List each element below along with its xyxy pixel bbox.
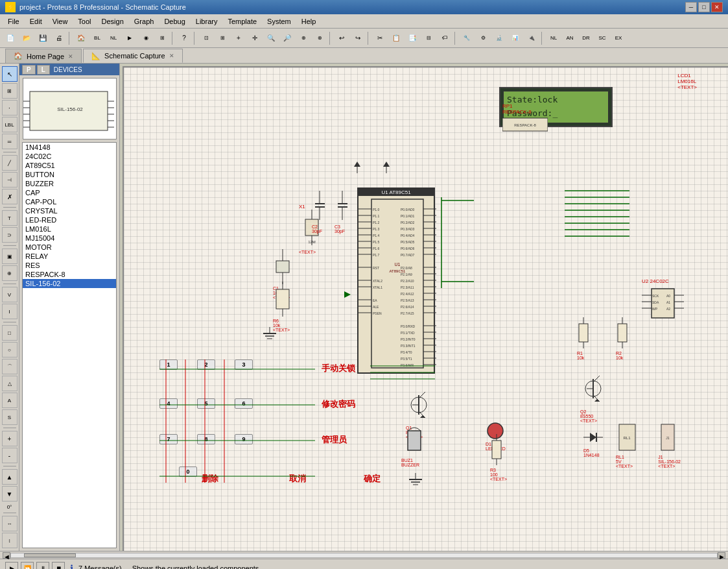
tb-home[interactable]: 🏠 [73, 30, 89, 46]
tool-no-connect[interactable]: ✗ [2, 189, 18, 204]
tool-select[interactable]: ↖ [2, 66, 18, 82]
pick-device-btn[interactable]: P [22, 65, 36, 75]
dev-buzzer[interactable]: BUZZER [23, 179, 116, 188]
tb-cut[interactable]: ✂ [372, 30, 388, 46]
dev-lm016l[interactable]: LM016L [23, 224, 116, 234]
tb-zoom-out[interactable]: 🔎 [279, 30, 295, 46]
tb-paste[interactable]: 📑 [405, 30, 420, 46]
dev-mj15004[interactable]: MJ15004 [23, 234, 116, 243]
tb-b4[interactable]: ⊞ [154, 30, 170, 46]
tool-bus-wire[interactable]: ⊃ [2, 227, 18, 243]
tool-draw-rect[interactable]: □ [2, 325, 18, 341]
tb-undo[interactable]: ↩ [334, 30, 349, 46]
tool-zoom-out[interactable]: - [2, 448, 18, 463]
tool-flip-h[interactable]: ↔ [2, 516, 18, 531]
tb-print[interactable]: 🖨 [51, 30, 67, 46]
tb-new[interactable]: 📄 [3, 30, 18, 46]
dev-cap-pol[interactable]: CAP-POL [23, 197, 116, 206]
tool-up[interactable]: ▲ [2, 469, 18, 485]
dev-led-red[interactable]: LED-RED [23, 215, 116, 224]
tool-sub-circuit[interactable]: ▣ [2, 248, 18, 264]
tb-netlist[interactable]: NL [106, 30, 121, 46]
tb-redo[interactable]: ↪ [350, 30, 366, 46]
maximize-button[interactable]: □ [698, 2, 710, 12]
tb-tools3[interactable]: 🔬 [491, 30, 507, 46]
tool-instantiate[interactable]: ⊕ [2, 265, 18, 281]
tool-zoom-in[interactable]: + [2, 431, 18, 446]
menu-tool[interactable]: Tool [73, 16, 96, 27]
tool-text[interactable]: T [2, 210, 18, 226]
window-controls[interactable]: ─ □ ✕ [685, 2, 723, 12]
dev-sil15602[interactable]: SIL-156-02 [23, 279, 116, 288]
menu-template[interactable]: Template [222, 16, 262, 27]
scroll-right-btn[interactable]: ► [718, 552, 725, 559]
tb-tools4[interactable]: 📊 [508, 30, 523, 46]
minimize-button[interactable]: ─ [685, 2, 697, 12]
key-8[interactable]: 8 [197, 434, 215, 444]
key-2[interactable]: 2 [197, 359, 215, 370]
tb-copy[interactable]: 📋 [388, 30, 404, 46]
tb-script[interactable]: SC [594, 30, 610, 46]
key-9[interactable]: 9 [235, 434, 253, 444]
key-7[interactable]: 7 [159, 434, 178, 444]
tab-home[interactable]: 🏠 Home Page ✕ [5, 49, 82, 63]
scroll-thumb[interactable] [24, 553, 76, 557]
tab-home-close[interactable]: ✕ [68, 53, 73, 60]
tool-junction[interactable]: · [2, 100, 18, 115]
menu-debug[interactable]: Debug [159, 16, 190, 27]
dev-relay[interactable]: RELAY [23, 252, 116, 261]
tb-tools5[interactable]: 🔌 [524, 30, 539, 46]
key-3[interactable]: 3 [235, 359, 253, 370]
menu-graph[interactable]: Graph [129, 16, 159, 27]
key-6[interactable]: 6 [235, 398, 253, 409]
tb-tag[interactable]: 🏷 [437, 30, 452, 46]
key-0[interactable]: 0 [179, 466, 197, 477]
tb-export[interactable]: EX [611, 30, 626, 46]
tb-b8[interactable]: ✛ [247, 30, 263, 46]
stop-button[interactable]: ⏹ [52, 562, 65, 570]
tb-drc[interactable]: DR [578, 30, 594, 46]
device-list[interactable]: 1N4148 24C02C AT89C51 BUTTON BUZZER CAP … [22, 142, 117, 548]
tb-b1[interactable]: BL [89, 30, 105, 46]
play-controls[interactable]: ▶ ⏩ ⏸ ⏹ [5, 562, 65, 570]
horizontal-scrollbar[interactable]: ◄ ► [0, 551, 728, 559]
dev-24c02c[interactable]: 24C02C [23, 152, 116, 161]
tb-b2[interactable]: ▶ [122, 30, 137, 46]
menu-help[interactable]: Help [296, 16, 322, 27]
dev-crystal[interactable]: CRYSTAL [23, 206, 116, 215]
tb-tools1[interactable]: 🔧 [459, 30, 475, 46]
menu-system[interactable]: System [262, 16, 296, 27]
tab-schematic[interactable]: 📐 Schematic Capture ✕ [83, 49, 183, 63]
menu-design[interactable]: Design [97, 16, 129, 27]
tb-netlist2[interactable]: NL [546, 30, 561, 46]
tb-open[interactable]: 📂 [19, 30, 34, 46]
schematic-canvas-area[interactable]: LCD1 LM016L <TEXT> State:lock Password:_… [120, 64, 728, 551]
tool-down[interactable]: ▼ [2, 486, 18, 502]
dev-motor[interactable]: MOTOR [23, 243, 116, 252]
step-button[interactable]: ⏩ [21, 562, 34, 570]
tb-b6[interactable]: ⊞ [215, 30, 230, 46]
menu-edit[interactable]: Edit [25, 16, 47, 27]
close-button[interactable]: ✕ [711, 2, 723, 12]
tool-bus-entry[interactable]: ⊣ [2, 172, 18, 188]
schematic-canvas[interactable]: LCD1 LM016L <TEXT> State:lock Password:_… [123, 66, 728, 551]
tool-bus[interactable]: ═ [2, 134, 18, 149]
tab-schematic-close[interactable]: ✕ [169, 53, 174, 59]
tool-probe-voltage[interactable]: V [2, 287, 18, 302]
tb-b9[interactable]: ⊕ [296, 30, 311, 46]
tool-flip-v[interactable]: ↕ [2, 533, 18, 548]
scroll-left-btn[interactable]: ◄ [3, 552, 10, 559]
tb-b5[interactable]: ⊡ [198, 30, 214, 46]
play-button[interactable]: ▶ [5, 562, 18, 570]
menu-library[interactable]: Library [191, 16, 223, 27]
tb-b10[interactable]: ⊗ [312, 30, 327, 46]
tb-tools2[interactable]: ⚙ [475, 30, 491, 46]
tb-help[interactable]: ? [176, 30, 192, 46]
tool-draw-arc[interactable]: ⌒ [2, 359, 18, 374]
tb-save[interactable]: 💾 [35, 30, 51, 46]
tb-block[interactable]: ⊟ [421, 30, 436, 46]
tb-zoom-in[interactable]: 🔍 [263, 30, 279, 46]
dev-respack8[interactable]: RESPACK-8 [23, 270, 116, 279]
tool-wire-label[interactable]: LBL [2, 117, 18, 132]
tool-draw-circle[interactable]: ○ [2, 342, 18, 357]
